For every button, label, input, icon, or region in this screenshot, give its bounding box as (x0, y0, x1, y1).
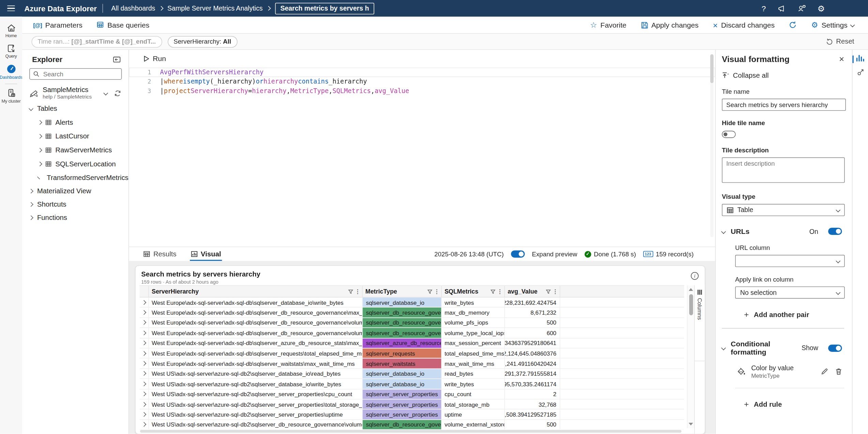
visual-formatting-tool-icon[interactable] (856, 55, 864, 62)
table-row[interactable]: West US\adx-sql-server\azure-sql-db2\sql… (140, 389, 684, 400)
chevron-down-icon[interactable] (103, 91, 108, 95)
server-hierarchy-cell[interactable]: West US\adx-sql-server\azure-sql-db2\sql… (149, 409, 362, 419)
add-rule-button[interactable]: + Add rule (744, 400, 852, 409)
avg-value-cell[interactable]: 500 (505, 420, 560, 429)
filter-icon[interactable] (428, 289, 433, 294)
server-hierarchy-cell[interactable]: West US\adx-sql-server\azure-sql-db2\sql… (149, 369, 362, 378)
server-hierarchy-cell[interactable]: West US\adx-sql-server\azure-sql-db2\sql… (149, 389, 362, 399)
server-hierarchy-pill[interactable]: ServerHierarchy: All (168, 36, 237, 47)
conditional-formatting-header[interactable]: Conditional formatting Show (722, 340, 852, 356)
column-header[interactable]: avg_Value⋮ (505, 286, 560, 297)
query-code[interactable]: 1AvgPerfWithServersHierarchy2| where ise… (129, 68, 715, 96)
sql-metric-cell[interactable]: max_session_percent (442, 338, 505, 348)
apply-changes-button[interactable]: Apply changes (641, 21, 698, 29)
collapse-all-button[interactable]: Collapse all (722, 72, 852, 79)
expand-row-chevron[interactable] (140, 369, 149, 378)
metric-type-cell[interactable]: sqlserver_server_properties (362, 409, 441, 419)
explorer-search[interactable] (29, 68, 122, 80)
column-menu-icon[interactable]: ⋮ (355, 288, 360, 295)
help-icon[interactable]: ? (762, 4, 766, 13)
expand-row-chevron[interactable] (140, 399, 149, 409)
metric-type-cell[interactable]: sqlserver_db_resource_governance (362, 420, 441, 429)
table-row[interactable]: West Europe\adx-sql-server\adx-sql-db\sq… (140, 328, 684, 338)
table-item[interactable]: LastCursor (22, 129, 128, 143)
table-item[interactable]: RawServerMetrics (22, 143, 128, 157)
search-input[interactable] (42, 70, 118, 78)
conditional-formatting-toggle[interactable] (828, 344, 842, 351)
sql-metric-cell[interactable]: volume_pfs_iops (442, 318, 505, 327)
sql-metric-cell[interactable]: total_storage_mb (442, 399, 505, 409)
urls-toggle[interactable] (828, 228, 842, 235)
sync-icon[interactable] (114, 89, 121, 96)
formatting-rule-row[interactable]: Color by value MetricType (738, 364, 842, 379)
sql-metric-cell[interactable]: max_wait_time_ms (442, 359, 505, 368)
column-header[interactable]: ServerHierarchy⋮ (149, 286, 362, 297)
table-row[interactable]: West Europe\adx-sql-server\adx-sql-db\sq… (140, 318, 684, 328)
cross-filter-tool-icon[interactable] (857, 69, 864, 76)
scroll-down-arrow[interactable] (689, 423, 693, 425)
server-hierarchy-cell[interactable]: West US\adx-sql-server\azure-sql-db2\sql… (149, 399, 362, 409)
hamburger-menu-icon[interactable] (7, 5, 15, 12)
apply-link-select[interactable]: No selection (735, 286, 845, 299)
nav-query[interactable]: Query (0, 41, 22, 61)
expand-row-chevron[interactable] (140, 328, 149, 338)
nav-dashboards[interactable]: Dashboards (0, 61, 22, 82)
server-hierarchy-cell[interactable]: West Europe\adx-sql-server\adx-sql-db\sq… (149, 348, 362, 358)
metric-type-cell[interactable]: sqlserver_server_properties (362, 399, 441, 409)
server-hierarchy-cell[interactable]: West Europe\adx-sql-server\adx-sql-db\sq… (149, 298, 362, 307)
column-header[interactable]: SQLMetrics⋮ (442, 286, 505, 297)
settings-gear-icon[interactable]: ⚙ (817, 4, 825, 12)
sql-metric-cell[interactable]: total_elapsed_time_ms (442, 348, 505, 358)
delete-rule-button[interactable] (835, 368, 842, 375)
column-header[interactable]: MetricType⋮ (362, 286, 441, 297)
metric-type-cell[interactable]: sqlserver_db_resource_governance (362, 328, 441, 338)
expand-row-chevron[interactable] (140, 308, 149, 317)
column-menu-icon[interactable]: ⋮ (434, 288, 439, 295)
favorite-button[interactable]: ☆ Favorite (590, 21, 626, 29)
code-line[interactable]: 2| where isempty(_hierarchy) or hierarch… (129, 77, 715, 87)
metric-type-cell[interactable]: sqlserver_requests (362, 348, 441, 358)
server-hierarchy-cell[interactable]: West US\adx-sql-server\azure-sql-db2\sql… (149, 379, 362, 389)
metric-type-cell[interactable]: sqlserver_database_io (362, 379, 441, 389)
code-line[interactable]: 1AvgPerfWithServersHierarchy (129, 68, 715, 77)
query-editor[interactable]: Run 1AvgPerfWithServersHierarchy2| where… (129, 50, 715, 246)
nav-home[interactable]: Home (0, 20, 22, 41)
expand-row-chevron[interactable] (140, 389, 149, 399)
avg-value-cell[interactable]: 122,124,645.04860376 (505, 348, 560, 358)
table-row[interactable]: West US\adx-sql-server\azure-sql-db2\sql… (140, 379, 684, 389)
columns-tab[interactable]: Columns (695, 285, 704, 361)
explorer-section-item[interactable]: Shortcuts (22, 198, 128, 211)
info-icon[interactable]: i (691, 272, 699, 280)
sql-metric-cell[interactable]: cpu_count (442, 389, 505, 399)
breadcrumb-dashboard-name[interactable]: Sample Server Metrics Analytics (167, 4, 263, 12)
expand-row-chevron[interactable] (140, 348, 149, 358)
server-hierarchy-cell[interactable]: West Europe\adx-sql-server\adx-sql-db\sq… (149, 328, 362, 338)
sql-metric-cell[interactable]: read_bytes (442, 369, 505, 378)
feedback-icon[interactable] (797, 4, 806, 12)
metric-type-cell[interactable]: sqlserver_server_properties (362, 389, 441, 399)
expand-row-chevron[interactable] (140, 359, 149, 368)
expand-row-chevron[interactable] (140, 409, 149, 419)
table-row[interactable]: West US\adx-sql-server\azure-sql-db2\sql… (140, 409, 684, 420)
server-hierarchy-cell[interactable]: West Europe\adx-sql-server\adx-sql-db\sq… (149, 308, 362, 317)
database-row[interactable]: SampleMetrics help / SampleMetrics (22, 84, 128, 102)
table-row[interactable]: West Europe\adx-sql-server\adx-sql-db\sq… (140, 359, 684, 369)
table-row[interactable]: West Europe\adx-sql-server\adx-sql-db\sq… (140, 308, 684, 318)
avg-value-cell[interactable]: 15,508.394129527185 (505, 409, 560, 419)
explorer-section-item[interactable]: Functions (22, 211, 128, 224)
breadcrumb-all-dashboards[interactable]: All dashboards (111, 4, 155, 12)
explorer-section-item[interactable]: Materialized View (22, 184, 128, 198)
table-item[interactable]: TransformedServerMetrics (22, 171, 128, 185)
visual-type-select[interactable]: Table (722, 204, 845, 216)
sql-metric-cell[interactable]: write_bytes (442, 298, 505, 307)
server-hierarchy-cell[interactable]: West Europe\adx-sql-server\adx-sql-db\sq… (149, 318, 362, 327)
edit-rule-button[interactable] (821, 368, 828, 375)
hide-tile-name-toggle[interactable] (722, 131, 736, 138)
sql-metric-cell[interactable]: max_db_memory (442, 308, 505, 317)
add-another-pair-button[interactable]: + Add another pair (744, 310, 852, 319)
avg-value-cell[interactable]: 44,241.491160420424 (505, 359, 560, 368)
expand-row-chevron[interactable] (140, 379, 149, 389)
scroll-up-arrow[interactable] (689, 288, 693, 291)
expand-row-chevron[interactable] (140, 318, 149, 327)
sql-metric-cell[interactable]: volume_type_local_iops (442, 328, 505, 338)
